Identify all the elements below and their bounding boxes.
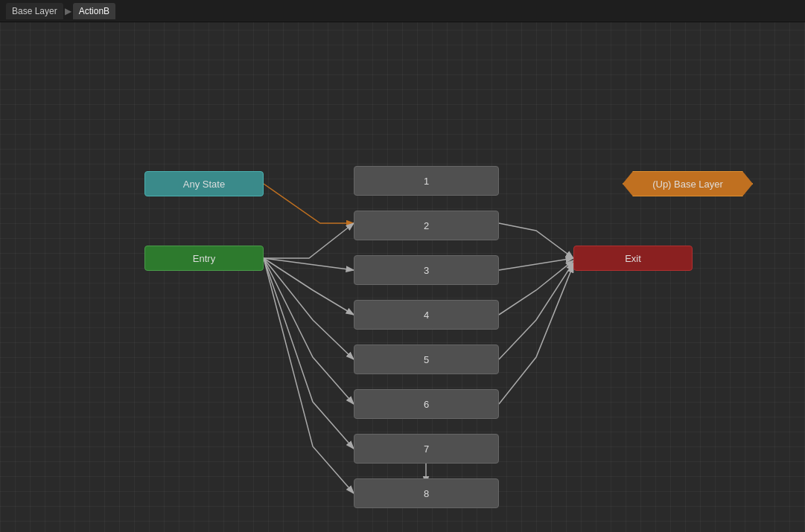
state-node-4[interactable]: 4 <box>354 300 499 330</box>
breadcrumb-action-b[interactable]: ActionB <box>73 3 115 19</box>
topbar: Base Layer ▶ ActionB <box>0 0 805 22</box>
state-node-8[interactable]: 8 <box>354 478 499 508</box>
breadcrumb-base-layer[interactable]: Base Layer <box>6 3 63 19</box>
state-node-1[interactable]: 1 <box>354 166 499 196</box>
state-node-7[interactable]: 7 <box>354 434 499 464</box>
canvas[interactable]: Any State Entry Exit (Up) Base Layer 1 2… <box>0 22 805 532</box>
state-node-5[interactable]: 5 <box>354 344 499 374</box>
up-base-layer-node[interactable]: (Up) Base Layer <box>623 171 753 196</box>
state-node-3[interactable]: 3 <box>354 255 499 285</box>
state-node-6[interactable]: 6 <box>354 389 499 419</box>
exit-node[interactable]: Exit <box>573 246 693 271</box>
entry-node[interactable]: Entry <box>144 246 264 271</box>
any-state-node[interactable]: Any State <box>144 171 264 196</box>
state-node-2[interactable]: 2 <box>354 211 499 240</box>
breadcrumb-separator: ▶ <box>63 6 73 16</box>
